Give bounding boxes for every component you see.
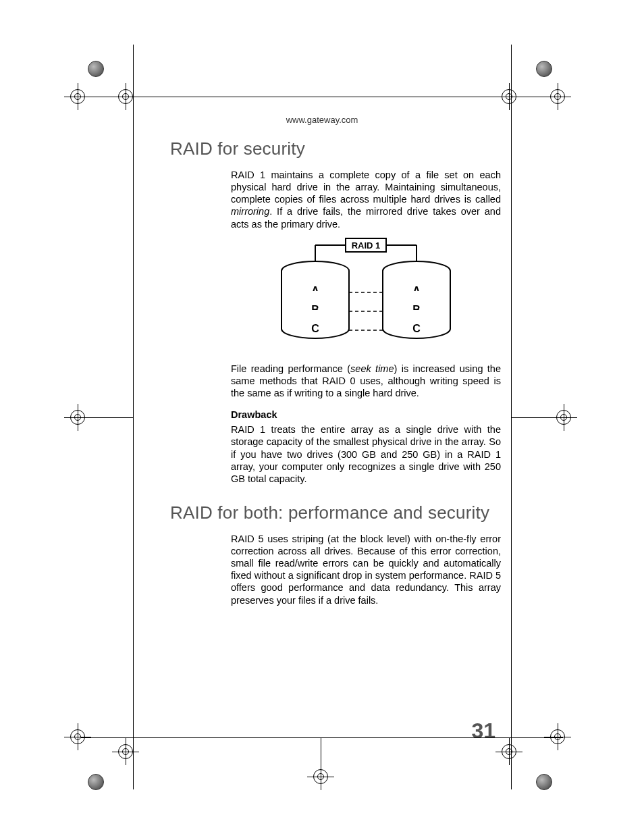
- page-content: RAID for security RAID 1 maintains a com…: [170, 138, 508, 610]
- crop-mark-mid-right: [511, 402, 592, 442]
- p1-b-italic: mirroring: [231, 206, 269, 217]
- section-1-para-1: RAID 1 maintains a complete copy of a fi…: [231, 169, 501, 230]
- crop-mark-top-right: [495, 45, 576, 112]
- crop-mark-mid-left: [64, 402, 132, 442]
- crop-mark-top-left-2: [64, 74, 132, 142]
- crop-mark-top-right-2: [533, 74, 601, 142]
- drive2-plat-c: C: [412, 323, 421, 334]
- header-url: www.gateway.com: [0, 115, 644, 125]
- raid1-diagram-svg: RAID 1 A B: [278, 237, 454, 352]
- section-1-body: RAID 1 maintains a complete copy of a fi…: [231, 169, 501, 485]
- section-2-title: RAID for both: performance and security: [170, 502, 508, 523]
- document-page: www.gateway.com RAID for security RAID 1…: [0, 0, 644, 834]
- page-number: 31: [471, 719, 495, 744]
- section-2-para-1: RAID 5 uses striping (at the block level…: [231, 533, 501, 606]
- diagram-drive-2: A B C: [383, 261, 450, 338]
- drive1-plat-c: C: [311, 323, 319, 334]
- crop-mark-bottom-left-2: [81, 743, 149, 810]
- section-1-para-2: File reading performance (seek time) is …: [231, 363, 501, 399]
- raid1-diagram: RAID 1 A B: [278, 237, 454, 355]
- crop-mark-bottom-right-2: [495, 743, 576, 810]
- p1-a: RAID 1 maintains a complete copy of a fi…: [231, 170, 501, 205]
- section-1-para-3: RAID 1 treats the entire array as a sing…: [231, 423, 501, 485]
- p2-b-italic: seek time: [350, 363, 394, 374]
- diagram-drive-1: A B C: [281, 261, 349, 338]
- crop-rule-bottom: [81, 737, 563, 738]
- crop-mark-bottom-center: [297, 743, 365, 797]
- section-1-subhead: Drawback: [231, 409, 501, 421]
- section-2-body: RAID 5 uses striping (at the block level…: [231, 533, 501, 606]
- crop-rule-left: [133, 45, 134, 789]
- crop-rule-right: [511, 45, 512, 789]
- diagram-label: RAID 1: [352, 240, 381, 251]
- p2-a: File reading performance (: [231, 363, 350, 374]
- crop-mark-top-left: [81, 45, 149, 112]
- p1-c: . If a drive fails, the mirrored drive t…: [231, 206, 501, 229]
- crop-mark-bottom-right: [533, 714, 601, 782]
- crop-mark-bottom-left: [64, 714, 132, 782]
- section-1-title: RAID for security: [170, 138, 508, 159]
- crop-rule-top: [81, 97, 563, 97]
